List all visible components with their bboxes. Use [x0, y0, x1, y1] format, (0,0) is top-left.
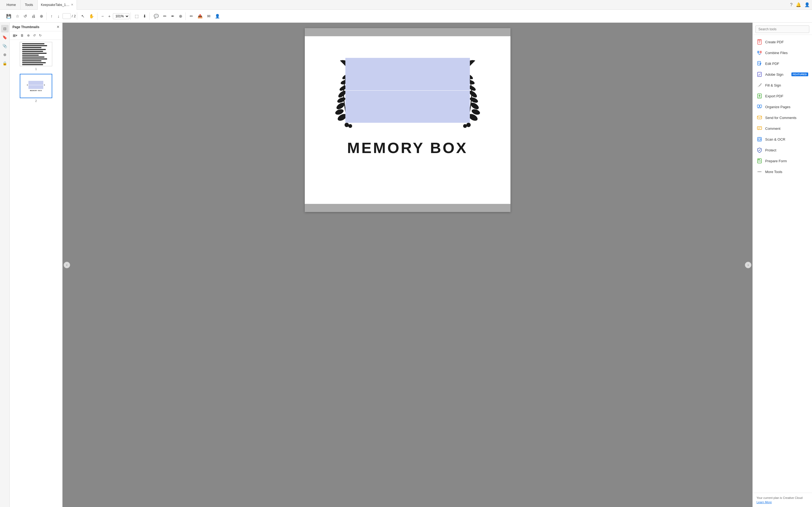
plan-text: Your current plan is Creative Cloud: [757, 496, 803, 499]
comment-label: Comment: [765, 126, 808, 130]
tools-search-input[interactable]: [755, 25, 809, 33]
svg-point-3: [337, 96, 346, 104]
learn-more-link[interactable]: Learn More: [757, 501, 808, 504]
doc-tab[interactable]: KeepsakeTabs_1.... ✕: [38, 0, 77, 10]
zoom-out-button[interactable]: −: [100, 12, 106, 20]
layers-panel-button[interactable]: ⊕: [1, 51, 9, 58]
send-comments-icon: [757, 115, 762, 121]
combine-files-icon: [757, 50, 762, 56]
next-page-button[interactable]: ↓: [56, 12, 62, 20]
thumb-label-1: 1: [35, 67, 37, 70]
thumb-line: [22, 53, 47, 54]
notifications-button[interactable]: 🔔: [796, 2, 801, 7]
thumbnail-1[interactable]: 1: [20, 42, 52, 70]
bookmark-button[interactable]: ☆: [14, 12, 21, 20]
doc-tab-label: KeepsakeTabs_1....: [41, 3, 69, 7]
zoom-to-fit-button[interactable]: ⊕: [38, 12, 45, 20]
tool-combine-files[interactable]: Combine Files: [753, 47, 812, 58]
thumb-line: [22, 60, 41, 61]
thumb-insert-button[interactable]: ⊕: [26, 33, 31, 39]
thumb-line: [22, 51, 43, 52]
print-button[interactable]: 🖨: [30, 12, 37, 20]
panel-title: Page Thumbnails: [12, 25, 39, 29]
combine-files-label: Combine Files: [765, 51, 808, 55]
account-button[interactable]: 👤: [804, 2, 810, 7]
file-tools-group: 💾 ☆ ↺ 🖨 ⊕: [3, 12, 47, 20]
svg-point-14: [345, 123, 349, 127]
comment-tool-button[interactable]: 💬: [152, 12, 161, 20]
svg-point-19: [469, 96, 479, 104]
tool-export-pdf[interactable]: Export PDF: [753, 91, 812, 101]
scroll-right-button[interactable]: ›: [745, 262, 751, 268]
page-top-strip: [305, 28, 510, 36]
thumb-line: [22, 47, 41, 48]
fill-sign-label: Fill & Sign: [765, 83, 808, 87]
tool-organize-pages[interactable]: Organize Pages: [753, 101, 812, 112]
svg-rect-35: [760, 51, 762, 53]
prev-page-button[interactable]: ↑: [49, 12, 55, 20]
security-panel-button[interactable]: 🔒: [1, 59, 9, 67]
page-nav-group: ↑ ↓ 2 / 2: [48, 12, 77, 20]
close-tab-button[interactable]: ✕: [71, 3, 73, 6]
select-tool-button[interactable]: ↖: [79, 12, 87, 20]
page-bottom-strip: [305, 204, 510, 212]
draw-tool-button[interactable]: ✒: [169, 12, 176, 20]
tool-comment[interactable]: Comment: [753, 123, 812, 134]
thumb-line: [22, 43, 44, 44]
tool-adobe-sign[interactable]: Adobe Sign FEATURED: [753, 69, 812, 80]
help-button[interactable]: ?: [790, 2, 793, 7]
thumb-grid-button[interactable]: ▦▾: [11, 33, 19, 39]
tool-edit-pdf[interactable]: Edit PDF: [753, 58, 812, 69]
pdf-page-2: MEMORY BOX: [305, 28, 510, 212]
svg-rect-36: [758, 61, 761, 65]
close-panel-button[interactable]: ✕: [57, 25, 59, 29]
undo-file-button[interactable]: ↺: [22, 12, 29, 20]
home-tab[interactable]: Home: [2, 0, 20, 10]
thumb-line: [22, 62, 46, 63]
thumb-line: [22, 64, 43, 65]
highlight-tool-button[interactable]: ✏: [161, 12, 169, 20]
tools-tab[interactable]: Tools: [20, 0, 38, 10]
thumbnail-2[interactable]: ✿ ✿ MEMORY BOX 2: [20, 74, 52, 103]
thumb-undo-button[interactable]: ↺: [32, 33, 37, 39]
stamp-tool-button[interactable]: ⊕: [177, 12, 184, 20]
view-tools-group: ⬚ ⬇: [132, 12, 150, 20]
tool-prepare-form[interactable]: Prepare Form: [753, 156, 812, 166]
tool-more-tools[interactable]: More Tools: [753, 166, 812, 177]
save-button[interactable]: 💾: [4, 12, 13, 20]
thumb-redo-button[interactable]: ↻: [38, 33, 43, 39]
total-pages: 2: [74, 14, 76, 18]
toolbar: 💾 ☆ ↺ 🖨 ⊕ ↑ ↓ 2 / 2 ↖ ✋ − + 101% 50% 75%…: [0, 10, 812, 23]
scroll-left-button[interactable]: ‹: [64, 262, 70, 268]
svg-rect-41: [757, 116, 762, 119]
user-button[interactable]: 👤: [213, 12, 222, 20]
zoom-in-button[interactable]: +: [106, 12, 113, 20]
tool-fill-sign[interactable]: Fill & Sign: [753, 80, 812, 91]
create-pdf-icon: PDF: [757, 39, 762, 45]
edit-pen-button[interactable]: ✏: [188, 12, 195, 20]
more-tools-icon: [757, 169, 762, 175]
marquee-zoom-button[interactable]: ⬚: [133, 12, 141, 20]
svg-rect-39: [757, 105, 759, 107]
page-number-input[interactable]: 2: [62, 13, 71, 19]
tool-send-comments[interactable]: Send for Comments: [753, 112, 812, 123]
tool-protect[interactable]: Protect: [753, 145, 812, 156]
tools-panel: PDF Create PDF Combine Files Edit PDF: [753, 23, 812, 507]
thumbnails-panel-button[interactable]: ⊟: [1, 25, 9, 33]
attachments-panel-button[interactable]: 📎: [1, 42, 9, 50]
thumb-delete-button[interactable]: 🗑: [19, 33, 25, 39]
thumbnails-panel: Page Thumbnails ✕ ▦▾ 🗑 ⊕ ↺ ↻: [10, 23, 62, 507]
hand-tool-button[interactable]: ✋: [87, 12, 96, 20]
tool-create-pdf[interactable]: PDF Create PDF: [753, 37, 812, 47]
zoom-select[interactable]: 101% 50% 75% 125% 150%: [113, 13, 130, 19]
organize-pages-icon: [757, 104, 762, 110]
divider-line: [345, 90, 470, 91]
bookmarks-panel-button[interactable]: 🔖: [1, 34, 9, 41]
share-button[interactable]: 📤: [196, 12, 205, 20]
pdf-viewer[interactable]: ‹ ›: [62, 23, 753, 507]
tool-scan-ocr[interactable]: Scan & OCR: [753, 134, 812, 145]
email-button[interactable]: ✉: [205, 12, 212, 20]
main-area: ⊟ 🔖 📎 ⊕ 🔒 Page Thumbnails ✕ ▦▾ 🗑 ⊕ ↺ ↻: [0, 23, 812, 507]
protect-icon: [757, 147, 762, 153]
download-button[interactable]: ⬇: [141, 12, 148, 20]
